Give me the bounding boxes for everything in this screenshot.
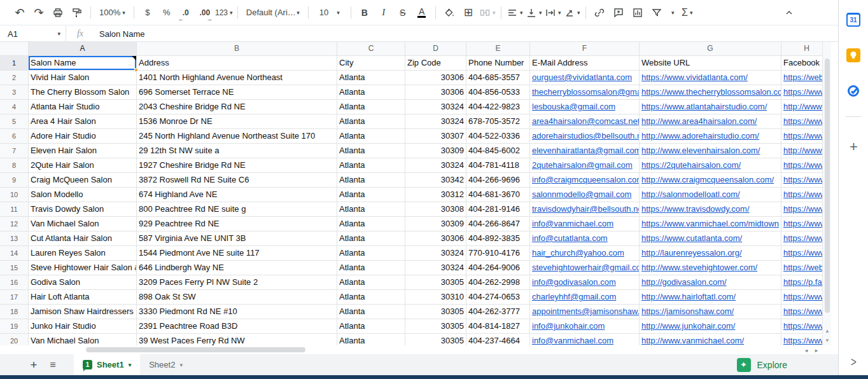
row-header-18[interactable]: 18 (0, 305, 29, 319)
text-rotation-select[interactable]: ▾ (563, 4, 581, 22)
scroll-down-button[interactable]: ▼ (823, 336, 832, 345)
functions-select[interactable]: Σ ▾ (678, 4, 696, 22)
cell-e7[interactable]: 404-845-6002 (466, 144, 530, 158)
row-header-17[interactable]: 17 (0, 290, 29, 305)
cell-h4[interactable]: http://www.facebook.com/ (781, 100, 822, 114)
tab-sheet1[interactable]: 1 Sheet1 ▾ (74, 354, 140, 375)
cell-d9[interactable]: 30342 (405, 173, 466, 188)
cell-hyperlink[interactable]: http://www.elevenhairsalon.com/ (641, 146, 760, 155)
cell-f4[interactable]: lesbouska@gmail.com (530, 100, 640, 114)
cell-a5[interactable]: Area 4 Hair Salon (29, 114, 137, 129)
column-header-e[interactable]: E (466, 42, 530, 56)
cell-d7[interactable]: 30309 (405, 144, 466, 158)
cell-g16[interactable]: http://godivasalon.com/ (640, 275, 781, 290)
cell-hyperlink[interactable]: https://www.facebook.com/ (783, 219, 822, 228)
cell-g2[interactable]: https://www.vividatlanta.com/ (640, 71, 781, 85)
add-sheet-button[interactable]: + (24, 354, 43, 375)
insert-chart-button[interactable] (629, 4, 647, 22)
cell-hyperlink[interactable]: ourguest@vividatlanta.com (532, 72, 632, 82)
cell-f7[interactable]: elevenhairatlanta@gmail.com (530, 144, 640, 158)
cell-f10[interactable]: salonnmodello@gmail.com (530, 188, 640, 202)
cell-g7[interactable]: http://www.elevenhairsalon.com/ (640, 144, 781, 158)
cell-c8[interactable]: Atlanta (337, 158, 405, 173)
row-header-19[interactable]: 19 (0, 319, 29, 334)
column-header-h[interactable]: H (781, 42, 822, 56)
cell-hyperlink[interactable]: http://www.vanmichael.com/ (641, 336, 744, 345)
cell-hyperlink[interactable]: charleyhhf@gmail.com (532, 292, 616, 301)
cell-d16[interactable]: 30305 (405, 275, 466, 290)
print-button[interactable] (49, 4, 67, 22)
cell-a3[interactable]: The Cherry Blossom Salon (29, 85, 137, 100)
cell-h18[interactable]: https://www.facebook.com/ (781, 305, 822, 319)
cell-c9[interactable]: Atlanta (337, 173, 405, 188)
cell-b7[interactable]: 29 12th St NW suite a (137, 144, 337, 158)
cell-e15[interactable]: 404-264-9006 (466, 261, 530, 275)
cell-b11[interactable]: 800 Peachtree Rd NE suite g (137, 202, 337, 217)
cell-a10[interactable]: Salon Modello (29, 188, 137, 202)
google-keep-icon[interactable] (846, 48, 860, 62)
chevron-down-icon[interactable]: ▾ (179, 362, 183, 368)
all-sheets-button[interactable]: ≡ (43, 354, 62, 375)
vertical-align-select[interactable]: ▾ (525, 4, 543, 22)
cell-e2[interactable]: 404-685-3557 (466, 71, 530, 85)
row-header-9[interactable]: 9 (0, 173, 29, 188)
row-header-16[interactable]: 16 (0, 275, 29, 290)
row-header-13[interactable]: 13 (0, 231, 29, 246)
cell-f8[interactable]: 2qutehairsalon@gmail.com (530, 158, 640, 173)
cell-g5[interactable]: http://www.area4hairsalon.com/ (640, 114, 781, 129)
cell-hyperlink[interactable]: https://www.facebook.com/ (783, 175, 822, 184)
collapse-side-panel-button[interactable]: > (839, 354, 868, 369)
horizontal-scrollbar[interactable]: ◂ ▸ (0, 345, 822, 354)
cell-hyperlink[interactable]: https://www.facebook.com/ (783, 131, 822, 141)
cell-d11[interactable]: 30308 (405, 202, 466, 217)
cell-e4[interactable]: 404-422-9823 (466, 100, 530, 114)
cell-h2[interactable]: https://web.facebook.com/ (781, 71, 822, 85)
cell-e6[interactable]: 404-522-0336 (466, 129, 530, 144)
cell-d18[interactable]: 30305 (405, 305, 466, 319)
filter-views-dropdown[interactable]: ▾ (667, 4, 677, 22)
cell-f16[interactable]: info@godivasalon.com (530, 275, 640, 290)
row-header-12[interactable]: 12 (0, 217, 29, 231)
cell-hyperlink[interactable]: 2qutehairsalon@gmail.com (532, 160, 633, 170)
cell-hyperlink[interactable]: https://www.facebook.com/ (783, 160, 822, 170)
cell-hyperlink[interactable]: https://www.facebook.com/ (783, 204, 822, 214)
cell-e19[interactable]: 404-814-1827 (466, 319, 530, 334)
cell-d19[interactable]: 30305 (405, 319, 466, 334)
column-header-d[interactable]: D (405, 42, 466, 56)
cell-g10[interactable]: http://salonmodelloatl.com/ (640, 188, 781, 202)
cell-d15[interactable]: 30324 (405, 261, 466, 275)
fill-handle[interactable] (134, 68, 138, 72)
cell-hyperlink[interactable]: http://www.area4hairsalon.com/ (641, 116, 757, 126)
column-header-g[interactable]: G (640, 42, 781, 56)
cell-a9[interactable]: Craig McQueen Salon (29, 173, 137, 188)
cell-c15[interactable]: Atlanta (337, 261, 405, 275)
cell-hyperlink[interactable]: thecherryblossomsalon@gmail.com (532, 87, 640, 97)
cell-h17[interactable]: https://www.facebook.com/ (781, 290, 822, 305)
merge-cells-button[interactable]: ▾ (479, 4, 496, 22)
cell-hyperlink[interactable]: https://www.atlantahairstudio.com/ (641, 102, 767, 111)
fill-color-button[interactable] (440, 4, 458, 22)
cell-hyperlink[interactable]: stevehightowerhair@gmail.com (532, 263, 640, 272)
font-select[interactable]: Default (Ari… ▾ (242, 4, 304, 22)
cell-a13[interactable]: Cut Atlanta Hair Salon (29, 231, 137, 246)
row-header-5[interactable]: 5 (0, 114, 29, 129)
cell-hyperlink[interactable]: salonnmodello@gmail.com (532, 190, 631, 199)
name-box[interactable]: A1 ▾ (0, 26, 66, 41)
cell-hyperlink[interactable]: http://www.craigmcqueensalon.com/ (641, 175, 774, 184)
cell-a12[interactable]: Van Michael Salon (29, 217, 137, 231)
cell-hyperlink[interactable]: info@junkohair.com (532, 321, 605, 331)
cell-e1[interactable]: Phone Number (466, 56, 530, 71)
row-header-1[interactable]: 1 (0, 56, 29, 71)
cell-e16[interactable]: 404-262-2998 (466, 275, 530, 290)
cell-b19[interactable]: 2391 Peachtree Road B3D (137, 319, 337, 334)
cell-c14[interactable]: Atlanta (337, 246, 405, 261)
insert-link-button[interactable] (591, 4, 608, 22)
vertical-scrollbar-thumb[interactable] (825, 59, 830, 313)
cell-d1[interactable]: Zip Code (405, 56, 466, 71)
cell-b16[interactable]: 3209 Paces Ferry Pl NW Suite 2 (137, 275, 337, 290)
cell-f6[interactable]: adorehairstudios@bellsouth.net (530, 129, 640, 144)
cell-g17[interactable]: http://www.hairloftatl.com/ (640, 290, 781, 305)
cell-hyperlink[interactable]: https://p.facebook.com/ (783, 277, 822, 287)
cell-g6[interactable]: http://www.adorehairstudio.com/ (640, 129, 781, 144)
paint-format-button[interactable] (68, 4, 86, 22)
